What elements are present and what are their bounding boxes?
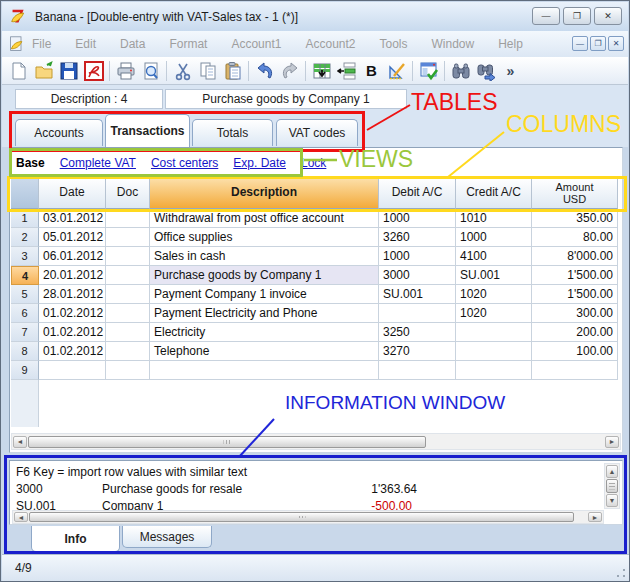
cell-description[interactable]: Electricity: [150, 323, 379, 342]
cell-description[interactable]: [150, 361, 379, 380]
tab-messages[interactable]: Messages: [122, 526, 212, 548]
undo-button[interactable]: [252, 58, 277, 84]
cell-amount[interactable]: 1'500.00: [532, 266, 618, 285]
menu-tools[interactable]: Tools: [380, 37, 408, 51]
cell-doc[interactable]: [106, 323, 150, 342]
menu-window[interactable]: Window: [432, 37, 475, 51]
cell-description[interactable]: Payment Electricity and Phone: [150, 304, 379, 323]
cell-debit-account[interactable]: 3270: [379, 342, 456, 361]
row-number[interactable]: 1: [11, 209, 39, 228]
check-accounting-button[interactable]: [416, 58, 441, 84]
menu-account2[interactable]: Account2: [305, 37, 355, 51]
cell-debit-account[interactable]: SU.001: [379, 285, 456, 304]
cell-debit-account[interactable]: [379, 304, 456, 323]
cell-doc[interactable]: [106, 247, 150, 266]
menu-data[interactable]: Data: [120, 37, 145, 51]
resize-grip-icon[interactable]: [615, 567, 627, 579]
cell-date[interactable]: 20.01.2012: [39, 266, 106, 285]
row-number[interactable]: 7: [11, 323, 39, 342]
tab-vat-codes[interactable]: VAT codes: [276, 119, 358, 146]
scrollbar-thumb[interactable]: [29, 512, 574, 522]
cell-amount[interactable]: 1'500.00: [532, 285, 618, 304]
save-button[interactable]: [56, 58, 81, 84]
column-header-description[interactable]: Description: [150, 178, 379, 209]
cell-date[interactable]: [39, 361, 106, 380]
row-number[interactable]: 6: [11, 304, 39, 323]
cell-amount[interactable]: 200.00: [532, 323, 618, 342]
view-lock[interactable]: Lock: [301, 156, 326, 170]
toolbar-more-button[interactable]: »: [498, 58, 523, 84]
scroll-left-arrow[interactable]: ◄: [13, 436, 27, 448]
cell-credit-account[interactable]: [456, 342, 532, 361]
restore-button[interactable]: ❐: [563, 7, 591, 25]
row-number[interactable]: 5: [11, 285, 39, 304]
cell-doc[interactable]: [106, 342, 150, 361]
info-vertical-scrollbar[interactable]: ▲ ▼: [604, 463, 620, 509]
menu-help[interactable]: Help: [498, 37, 523, 51]
find-button[interactable]: [448, 58, 473, 84]
scrollbar-thumb[interactable]: [606, 479, 618, 493]
view-cost-centers[interactable]: Cost centers: [151, 156, 218, 170]
menu-file[interactable]: File: [32, 37, 51, 51]
new-file-button[interactable]: [6, 58, 31, 84]
print-button[interactable]: [113, 58, 138, 84]
field-value-box[interactable]: Purchase goods by Company 1: [165, 89, 407, 109]
column-header-amount[interactable]: Amount USD: [532, 178, 618, 209]
open-file-button[interactable]: [31, 58, 56, 84]
minimize-button[interactable]: —: [532, 7, 560, 25]
copy-button[interactable]: [195, 58, 220, 84]
cell-date[interactable]: 28.01.2012: [39, 285, 106, 304]
cell-date[interactable]: 05.01.2012: [39, 228, 106, 247]
view-complete-vat[interactable]: Complete VAT: [60, 156, 136, 170]
column-header-date[interactable]: Date: [39, 178, 106, 209]
menu-format[interactable]: Format: [169, 37, 207, 51]
scroll-up-arrow[interactable]: ▲: [606, 465, 618, 478]
tab-totals[interactable]: Totals: [192, 119, 273, 146]
mdi-close-button[interactable]: ✕: [608, 36, 624, 51]
find-next-button[interactable]: [473, 58, 498, 84]
cell-doc[interactable]: [106, 266, 150, 285]
scroll-down-arrow[interactable]: ▼: [606, 494, 618, 507]
row-number[interactable]: 2: [11, 228, 39, 247]
cell-date[interactable]: 01.02.2012: [39, 304, 106, 323]
cell-credit-account[interactable]: SU.001: [456, 266, 532, 285]
column-header-credit[interactable]: Credit A/C: [456, 178, 532, 209]
cell-doc[interactable]: [106, 361, 150, 380]
tab-info[interactable]: Info: [31, 526, 120, 552]
cell-amount[interactable]: 100.00: [532, 342, 618, 361]
tab-accounts[interactable]: Accounts: [15, 119, 103, 146]
row-number[interactable]: 9: [11, 361, 39, 380]
column-header-debit[interactable]: Debit A/C: [379, 178, 456, 209]
cell-debit-account[interactable]: 3260: [379, 228, 456, 247]
cell-credit-account[interactable]: 1020: [456, 285, 532, 304]
title-bar[interactable]: Banana - [Double-entry with VAT-Sales ta…: [2, 2, 628, 31]
cut-button[interactable]: [170, 58, 195, 84]
column-header-doc[interactable]: Doc: [106, 178, 150, 209]
cell-description[interactable]: Telephone: [150, 342, 379, 361]
view-base[interactable]: Base: [16, 156, 45, 170]
table-horizontal-scrollbar[interactable]: ◄ ►: [11, 433, 621, 450]
corner-header-cell[interactable]: [11, 178, 39, 209]
cell-debit-account[interactable]: [379, 361, 456, 380]
scrollbar-thumb[interactable]: [28, 436, 426, 448]
menu-edit[interactable]: Edit: [75, 37, 96, 51]
redo-button[interactable]: [277, 58, 302, 84]
mdi-minimize-button[interactable]: —: [572, 36, 588, 51]
row-number[interactable]: 8: [11, 342, 39, 361]
close-button[interactable]: ✕: [594, 7, 622, 25]
cell-credit-account[interactable]: 1010: [456, 209, 532, 228]
cell-debit-account[interactable]: 1000: [379, 247, 456, 266]
cell-date[interactable]: 06.01.2012: [39, 247, 106, 266]
pdf-export-button[interactable]: [81, 58, 106, 84]
cell-description[interactable]: Sales in cash: [150, 247, 379, 266]
add-row-button[interactable]: [334, 58, 359, 84]
mdi-restore-button[interactable]: ❐: [590, 36, 606, 51]
cell-doc[interactable]: [106, 285, 150, 304]
cell-description[interactable]: Purchase goods by Company 1: [150, 266, 379, 285]
cell-credit-account[interactable]: 4100: [456, 247, 532, 266]
scroll-left-arrow[interactable]: ◄: [14, 512, 28, 522]
cell-doc[interactable]: [106, 304, 150, 323]
recalculate-button[interactable]: [384, 58, 409, 84]
cell-doc[interactable]: [106, 209, 150, 228]
insert-rows-button[interactable]: [309, 58, 334, 84]
